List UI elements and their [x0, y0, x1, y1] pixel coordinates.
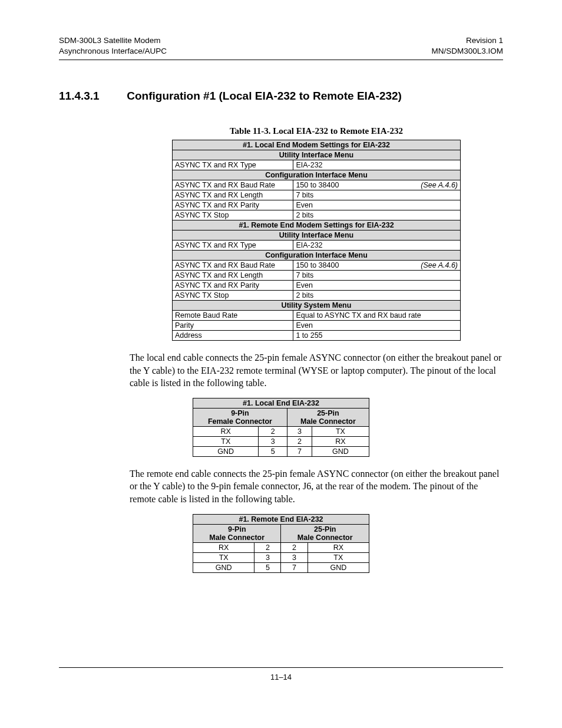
header-rule	[59, 60, 503, 60]
pinout1-title: #1. Local End EIA-232	[193, 398, 369, 408]
header-right-1: Revision 1	[431, 35, 503, 46]
table-caption: Table 11-3. Local EIA-232 to Remote EIA-…	[130, 126, 503, 136]
table-row: ASYNC TX Stop2 bits	[173, 210, 461, 220]
table-row: ASYNC TX and RX Length7 bits	[173, 271, 461, 281]
pinout-table-local: #1. Local End EIA-232 9-PinFemale Connec…	[193, 398, 369, 457]
table-row: ASYNC TX and RX TypeEIA-232	[173, 160, 461, 170]
table-row: Remote Baud RateEqual to ASYNC TX and RX…	[173, 311, 461, 321]
settings-header-7: Utility System Menu	[173, 301, 461, 311]
settings-header-5: Utility Interface Menu	[173, 230, 461, 241]
table-row: TX32RX	[193, 436, 369, 446]
pinout1-25pin-header: 25-PinMale Connector	[287, 408, 369, 426]
settings-table: #1. Local End Modem Settings for EIA-232…	[172, 140, 461, 341]
table-row: ASYNC TX and RX ParityEven	[173, 281, 461, 291]
table-row: Address1 to 255	[173, 331, 461, 341]
table-row: ASYNC TX and RX Baud Rate150 to 38400(Se…	[173, 180, 461, 190]
table-row: ASYNC TX and RX Length7 bits	[173, 190, 461, 200]
table-row: RX22RX	[193, 542, 369, 552]
pinout-table-remote: #1. Remote End EIA-232 9-PinMale Connect…	[193, 514, 369, 573]
settings-header-4: #1. Remote End Modem Settings for EIA-23…	[173, 220, 461, 230]
page-header: SDM-300L3 Satellite Modem Asynchronous I…	[59, 35, 503, 56]
pinout1-9pin-header: 9-PinFemale Connector	[193, 408, 287, 426]
section-heading: 11.4.3.1 Configuration #1 (Local EIA-232…	[59, 90, 503, 103]
table-row: ASYNC TX Stop2 bits	[173, 291, 461, 301]
settings-header-2: Utility Interface Menu	[173, 150, 461, 160]
table-row: ASYNC TX and RX ParityEven	[173, 200, 461, 210]
pinout2-25pin-header: 25-PinMale Connector	[281, 524, 369, 542]
section-number: 11.4.3.1	[59, 90, 124, 103]
header-right-2: MN/SDM300L3.IOM	[431, 46, 503, 57]
table-row: ParityEven	[173, 321, 461, 331]
table-row: GND57GND	[193, 562, 369, 572]
table-row: RX23TX	[193, 426, 369, 436]
section-title: Configuration #1 (Local EIA-232 to Remot…	[127, 90, 402, 102]
paragraph-2: The remote end cable connects the 25-pin…	[130, 467, 503, 506]
page-footer: 11–14	[59, 667, 503, 681]
table-row: ASYNC TX and RX TypeEIA-232	[173, 241, 461, 251]
settings-header-3: Configuration Interface Menu	[173, 170, 461, 180]
table-row: GND57GND	[193, 446, 369, 456]
header-right: Revision 1 MN/SDM300L3.IOM	[431, 35, 503, 56]
header-left: SDM-300L3 Satellite Modem Asynchronous I…	[59, 35, 167, 56]
pinout2-title: #1. Remote End EIA-232	[193, 514, 369, 524]
header-left-2: Asynchronous Interface/AUPC	[59, 46, 167, 57]
settings-header-6: Configuration Interface Menu	[173, 251, 461, 261]
table-row: ASYNC TX and RX Baud Rate150 to 38400(Se…	[173, 261, 461, 271]
header-left-1: SDM-300L3 Satellite Modem	[59, 35, 167, 46]
settings-header-1: #1. Local End Modem Settings for EIA-232	[173, 140, 461, 150]
paragraph-1: The local end cable connects the 25-pin …	[130, 351, 503, 390]
table-row: TX33TX	[193, 552, 369, 562]
pinout2-9pin-header: 9-PinMale Connector	[193, 524, 281, 542]
